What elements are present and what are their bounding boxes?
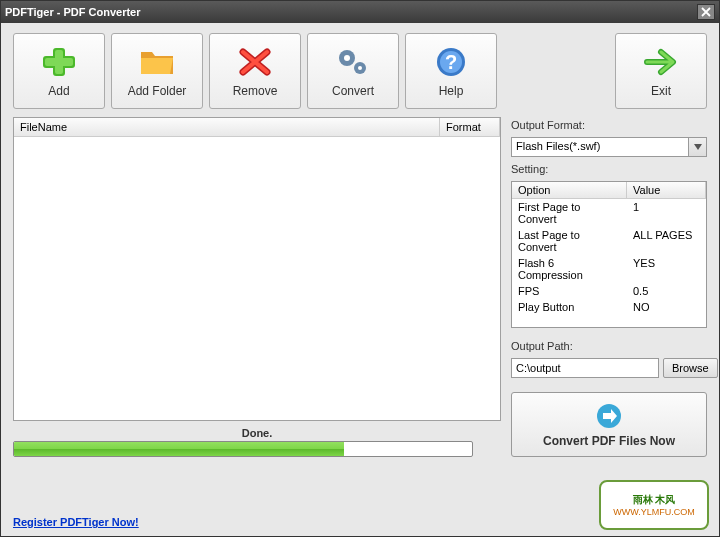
output-format-dropdown[interactable]: Flash Files(*.swf) — [511, 137, 707, 157]
dropdown-arrow[interactable] — [689, 137, 707, 157]
watermark-badge: 雨林 木风 WWW.YLMFU.COM — [599, 480, 709, 530]
output-path-label: Output Path: — [511, 340, 707, 352]
svg-rect-3 — [45, 58, 73, 66]
add-icon — [39, 44, 79, 80]
progress-bar — [13, 441, 473, 457]
output-path-row: Browse — [511, 358, 707, 378]
output-format-label: Output Format: — [511, 119, 707, 131]
add-button[interactable]: Add — [13, 33, 105, 109]
toolbar-spacer — [503, 33, 609, 109]
settings-table[interactable]: Option Value First Page to Convert1Last … — [511, 181, 707, 328]
register-link[interactable]: Register PDFTiger Now! — [13, 516, 139, 528]
convert-button[interactable]: Convert — [307, 33, 399, 109]
main-area: FileName Format Done. Output Format: Fla… — [13, 117, 707, 457]
settings-value: NO — [627, 300, 706, 314]
settings-value: ALL PAGES — [627, 228, 706, 254]
convert-now-label: Convert PDF Files Now — [543, 434, 675, 448]
convert-label: Convert — [332, 84, 374, 98]
settings-row[interactable]: Play ButtonNO — [512, 299, 706, 315]
remove-icon — [235, 44, 275, 80]
help-icon: ? — [431, 44, 471, 80]
convert-now-button[interactable]: Convert PDF Files Now — [511, 392, 707, 457]
output-path-input[interactable] — [511, 358, 659, 378]
watermark-line1: 雨林 木风 — [633, 493, 676, 507]
setting-label: Setting: — [511, 163, 707, 175]
add-label: Add — [48, 84, 69, 98]
close-button[interactable] — [697, 4, 715, 20]
remove-label: Remove — [233, 84, 278, 98]
settings-value: 0.5 — [627, 284, 706, 298]
settings-row[interactable]: FPS0.5 — [512, 283, 706, 299]
window: PDFTiger - PDF Converter Add Add Folder — [0, 0, 720, 537]
settings-option: FPS — [512, 284, 627, 298]
chevron-down-icon — [694, 144, 702, 150]
help-label: Help — [439, 84, 464, 98]
close-icon — [701, 7, 711, 17]
output-format-value: Flash Files(*.swf) — [511, 137, 689, 157]
settings-row[interactable]: First Page to Convert1 — [512, 199, 706, 227]
convert-now-icon — [595, 402, 623, 430]
file-header: FileName Format — [14, 118, 500, 137]
settings-body: First Page to Convert1Last Page to Conve… — [512, 199, 706, 315]
file-table[interactable]: FileName Format — [13, 117, 501, 421]
svg-point-5 — [344, 55, 350, 61]
settings-option: Play Button — [512, 300, 627, 314]
settings-value: YES — [627, 256, 706, 282]
col-filename[interactable]: FileName — [14, 118, 440, 136]
svg-text:?: ? — [445, 51, 457, 73]
status-label: Done. — [13, 427, 501, 439]
folder-icon — [137, 44, 177, 80]
content: Add Add Folder Remove Convert — [1, 23, 719, 536]
settings-row[interactable]: Last Page to ConvertALL PAGES — [512, 227, 706, 255]
exit-icon — [641, 44, 681, 80]
settings-option: Last Page to Convert — [512, 228, 627, 254]
gears-icon — [333, 44, 373, 80]
watermark-line2: WWW.YLMFU.COM — [613, 507, 695, 517]
progress-fill — [14, 442, 344, 456]
settings-value: 1 — [627, 200, 706, 226]
toolbar: Add Add Folder Remove Convert — [13, 33, 707, 109]
col-value[interactable]: Value — [627, 182, 706, 198]
right-pane: Output Format: Flash Files(*.swf) Settin… — [511, 117, 707, 457]
settings-row[interactable]: Flash 6 CompressionYES — [512, 255, 706, 283]
window-title: PDFTiger - PDF Converter — [5, 6, 141, 18]
exit-label: Exit — [651, 84, 671, 98]
add-folder-label: Add Folder — [128, 84, 187, 98]
settings-option: Flash 6 Compression — [512, 256, 627, 282]
remove-button[interactable]: Remove — [209, 33, 301, 109]
col-option[interactable]: Option — [512, 182, 627, 198]
svg-point-7 — [358, 66, 362, 70]
titlebar: PDFTiger - PDF Converter — [1, 1, 719, 23]
settings-option: First Page to Convert — [512, 200, 627, 226]
exit-button[interactable]: Exit — [615, 33, 707, 109]
left-pane: FileName Format Done. — [13, 117, 501, 457]
settings-header: Option Value — [512, 182, 706, 199]
add-folder-button[interactable]: Add Folder — [111, 33, 203, 109]
browse-button[interactable]: Browse — [663, 358, 718, 378]
help-button[interactable]: ? Help — [405, 33, 497, 109]
col-format[interactable]: Format — [440, 118, 500, 136]
